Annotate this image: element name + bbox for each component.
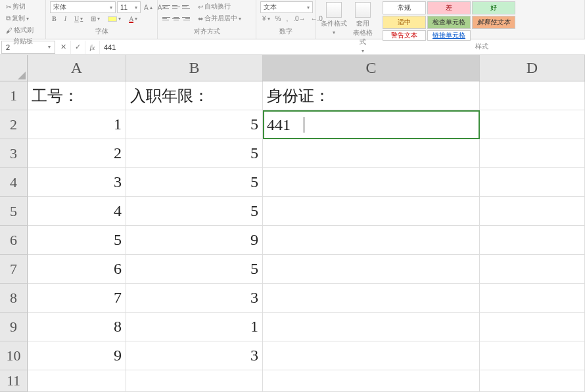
wrap-text-button[interactable]: ↩自动换行	[196, 1, 233, 12]
select-all-corner[interactable]	[0, 55, 28, 81]
cell-a3[interactable]: 2	[28, 139, 126, 168]
style-neutral[interactable]: 适中	[383, 16, 426, 29]
cell-b9[interactable]: 1	[126, 313, 263, 341]
percent-button[interactable]: %	[273, 14, 283, 23]
cell-a2[interactable]: 1	[28, 110, 126, 139]
cell-c7[interactable]	[263, 255, 480, 284]
row-header-11[interactable]: 11	[0, 370, 28, 392]
align-top-button[interactable]	[162, 3, 171, 11]
style-good[interactable]: 好	[472, 1, 515, 14]
name-box[interactable]: 2▾	[1, 41, 55, 54]
insert-function-button[interactable]: fx	[85, 41, 100, 54]
cell-c3[interactable]	[263, 139, 480, 168]
cell-c8[interactable]	[263, 284, 480, 313]
underline-button[interactable]: U▾	[72, 14, 85, 23]
cell-a11[interactable]	[28, 370, 126, 392]
cell-a4[interactable]: 3	[28, 168, 126, 197]
cell-a7[interactable]: 6	[28, 255, 126, 284]
cell-c2[interactable]: 441	[263, 110, 480, 139]
cell-d8[interactable]	[480, 284, 585, 313]
style-check[interactable]: 检查单元格	[427, 16, 471, 29]
cell-b3[interactable]: 5	[126, 139, 263, 168]
row-header-7[interactable]: 7	[0, 255, 28, 284]
currency-button[interactable]: ¥▾	[260, 14, 272, 23]
cell-c10[interactable]	[263, 341, 480, 370]
cell-a8[interactable]: 7	[28, 284, 126, 313]
cell-d7[interactable]	[480, 255, 585, 284]
align-middle-button[interactable]	[172, 3, 181, 11]
confirm-edit-button[interactable]: ✓	[71, 41, 85, 54]
col-header-a[interactable]: A	[28, 55, 126, 81]
cell-d9[interactable]	[480, 313, 585, 341]
font-size-select[interactable]: 11▾	[117, 1, 141, 13]
cell-d10[interactable]	[480, 341, 585, 370]
cell-b10[interactable]: 3	[126, 341, 263, 370]
cell-a10[interactable]: 9	[28, 341, 126, 370]
cell-a6[interactable]: 5	[28, 226, 126, 255]
style-bad[interactable]: 差	[427, 1, 471, 14]
cell-d5[interactable]	[480, 197, 585, 226]
cell-b1[interactable]: 入职年限：	[126, 81, 263, 110]
merge-center-button[interactable]: ⬌合并后居中▾	[196, 13, 243, 24]
style-link[interactable]: 链接单元格	[427, 30, 471, 41]
cut-button[interactable]: ✂剪切	[4, 1, 35, 12]
cell-b5[interactable]: 5	[126, 197, 263, 226]
align-left-button[interactable]	[162, 14, 171, 22]
border-button[interactable]: ⊞▾	[89, 14, 102, 23]
cell-c6[interactable]	[263, 226, 480, 255]
style-warn[interactable]: 警告文本	[383, 30, 426, 41]
style-normal[interactable]: 常规	[383, 1, 426, 14]
format-painter-button[interactable]: 🖌格式刷	[4, 25, 35, 35]
align-bottom-button[interactable]	[181, 3, 191, 11]
cell-b2[interactable]: 5	[126, 110, 263, 139]
cell-c11[interactable]	[263, 370, 480, 392]
conditional-format-button[interactable]: 条件格式▾	[319, 1, 348, 36]
col-header-d[interactable]: D	[480, 55, 585, 81]
bold-button[interactable]: B	[50, 14, 59, 23]
row-header-6[interactable]: 6	[0, 226, 28, 255]
align-right-button[interactable]	[181, 14, 191, 22]
row-header-2[interactable]: 2	[0, 110, 28, 139]
cell-d11[interactable]	[480, 370, 585, 392]
copy-button[interactable]: ⧉复制▾	[4, 13, 35, 24]
cell-a5[interactable]: 4	[28, 197, 126, 226]
increase-decimal-button[interactable]: .0→	[291, 14, 307, 23]
formula-input[interactable]: 441	[100, 43, 585, 51]
row-header-1[interactable]: 1	[0, 81, 28, 110]
cell-b11[interactable]	[126, 370, 263, 392]
fill-color-button[interactable]: ▾	[106, 15, 123, 22]
cell-d1[interactable]	[480, 81, 585, 110]
row-header-4[interactable]: 4	[0, 168, 28, 197]
cell-d4[interactable]	[480, 168, 585, 197]
cell-b6[interactable]: 9	[126, 226, 263, 255]
cell-a1[interactable]: 工号：	[28, 81, 126, 110]
style-explain[interactable]: 解释性文本	[472, 16, 515, 29]
cell-a9[interactable]: 8	[28, 313, 126, 341]
align-center-button[interactable]	[172, 14, 181, 22]
row-header-9[interactable]: 9	[0, 313, 28, 341]
cell-b7[interactable]: 5	[126, 255, 263, 284]
cell-c4[interactable]	[263, 168, 480, 197]
cell-c1[interactable]: 身份证：	[263, 81, 480, 110]
cancel-edit-button[interactable]: ✕	[57, 41, 71, 54]
italic-button[interactable]: I	[62, 14, 68, 23]
row-header-5[interactable]: 5	[0, 197, 28, 226]
cell-c5[interactable]	[263, 197, 480, 226]
cell-d2[interactable]	[480, 110, 585, 139]
cell-d3[interactable]	[480, 139, 585, 168]
cell-styles-gallery[interactable]: 常规 差 好 适中 检查单元格 解释性文本 警告文本 链接单元格	[383, 1, 515, 41]
row-header-10[interactable]: 10	[0, 341, 28, 370]
font-color-button[interactable]: A▾	[127, 14, 139, 23]
increase-font-button[interactable]: A▴	[142, 1, 154, 13]
cell-c9[interactable]	[263, 313, 480, 341]
font-name-select[interactable]: 宋体▾	[50, 1, 116, 13]
col-header-b[interactable]: B	[126, 55, 263, 81]
cell-b8[interactable]: 3	[126, 284, 263, 313]
comma-button[interactable]: ,	[284, 14, 290, 23]
cell-d6[interactable]	[480, 226, 585, 255]
row-header-3[interactable]: 3	[0, 139, 28, 168]
cell-b4[interactable]: 5	[126, 168, 263, 197]
row-header-8[interactable]: 8	[0, 284, 28, 313]
col-header-c[interactable]: C	[263, 55, 480, 81]
number-format-select[interactable]: 文本▾	[260, 1, 313, 13]
